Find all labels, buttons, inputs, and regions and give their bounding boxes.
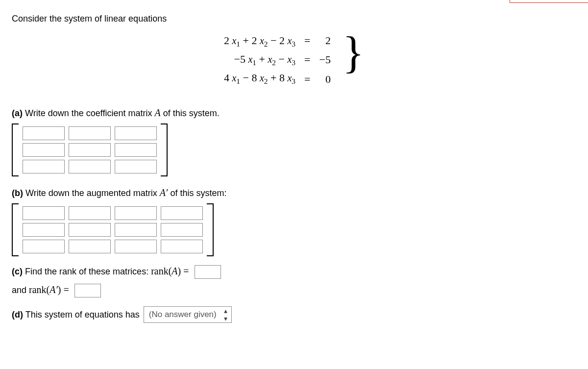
corner-accent bbox=[510, 0, 588, 3]
right-brace-icon: } bbox=[343, 30, 364, 86]
matrix-a-cell[interactable] bbox=[69, 143, 111, 157]
equation-system: 2 x1 + 2 x2 − 2 x3 −5 x1 + x2 − x3 4 x1 … bbox=[12, 32, 576, 88]
part-a-label: (a) bbox=[12, 108, 23, 118]
part-c-label: (c) bbox=[12, 267, 23, 276]
matrix-aprime-cell[interactable] bbox=[23, 223, 65, 237]
matrix-a-cell[interactable] bbox=[115, 143, 157, 157]
bracket-left-icon bbox=[12, 123, 19, 176]
matrix-aprime-cell[interactable] bbox=[23, 240, 65, 253]
eq2-rhs: −5 bbox=[319, 51, 330, 68]
eq3-rhs: 0 bbox=[325, 71, 331, 88]
part-b-text: Write down the augmented matrix bbox=[25, 188, 160, 198]
rank-open: rank( bbox=[151, 266, 172, 276]
part-b-prompt: (b) Write down the augmented matrix A′ o… bbox=[12, 187, 576, 198]
matrix-aprime-cell[interactable] bbox=[69, 223, 111, 237]
part-d-label: (d) bbox=[12, 310, 23, 320]
rank2-open: rank( bbox=[29, 284, 49, 295]
part-a-prompt: (a) Write down the coefficient matrix A … bbox=[12, 107, 576, 119]
eq2-eq: = bbox=[304, 51, 310, 68]
matrix-a-cell[interactable] bbox=[115, 160, 157, 173]
matrix-aprime-cell[interactable] bbox=[69, 240, 111, 253]
part-d-prompt: (d) This system of equations has bbox=[12, 310, 140, 320]
part-b-tail: of this system: bbox=[168, 188, 226, 198]
bracket-left-icon bbox=[12, 203, 19, 256]
matrix-aprime-cell[interactable] bbox=[23, 206, 65, 220]
matrix-Aprime bbox=[12, 203, 576, 256]
rank-Aprime-input[interactable] bbox=[74, 284, 101, 297]
matrix-aprime-cell[interactable] bbox=[69, 206, 111, 220]
rank2-close: ) = bbox=[58, 284, 69, 295]
part-a-A: A bbox=[154, 107, 160, 118]
matrix-aprime-cell[interactable] bbox=[115, 240, 157, 253]
bracket-right-icon bbox=[161, 123, 168, 176]
matrix-a-cell[interactable] bbox=[23, 126, 65, 140]
eq3-eq: = bbox=[304, 71, 310, 88]
eq1-eq: = bbox=[304, 32, 310, 49]
rank2-Aprime: A′ bbox=[49, 284, 58, 295]
intro-text: Consider the system of linear equations bbox=[12, 14, 576, 24]
rank-A: A bbox=[172, 266, 177, 276]
matrix-aprime-cell[interactable] bbox=[115, 206, 157, 220]
part-a-tail: of this system. bbox=[161, 108, 220, 118]
matrix-a-cell[interactable] bbox=[69, 160, 111, 173]
select-value: (No answer given) bbox=[149, 310, 217, 320]
eq1-rhs: 2 bbox=[325, 32, 331, 49]
matrix-aprime-cell[interactable] bbox=[115, 223, 157, 237]
part-d-text: This system of equations has bbox=[25, 310, 140, 320]
part-b-Aprime: A′ bbox=[160, 187, 168, 198]
matrix-A bbox=[12, 123, 576, 176]
part-c-text: Find the rank of these matrices: bbox=[25, 267, 151, 276]
rank-close: ) = bbox=[178, 266, 189, 276]
matrix-a-cell[interactable] bbox=[23, 160, 65, 173]
matrix-aprime-cell[interactable] bbox=[161, 240, 203, 253]
part-a-text: Write down the coefficient matrix bbox=[25, 108, 154, 118]
part-c-line2: and rank(A′) = bbox=[12, 284, 576, 297]
part-b-label: (b) bbox=[12, 188, 23, 198]
bracket-right-icon bbox=[207, 203, 214, 256]
part-c-line1: (c) Find the rank of these matrices: ran… bbox=[12, 265, 576, 279]
matrix-a-cell[interactable] bbox=[23, 143, 65, 157]
matrix-aprime-cell[interactable] bbox=[161, 223, 203, 237]
and-text: and bbox=[12, 285, 29, 295]
eq2-lhs: −5 x1 + x2 − x3 bbox=[234, 50, 296, 69]
matrix-aprime-cell[interactable] bbox=[161, 206, 203, 220]
eq3-lhs: 4 x1 − 8 x2 + 8 x3 bbox=[224, 69, 295, 88]
matrix-a-cell[interactable] bbox=[69, 126, 111, 140]
eq1-lhs: 2 x1 + 2 x2 − 2 x3 bbox=[224, 32, 295, 50]
chevron-up-down-icon: ▴▾ bbox=[224, 307, 227, 322]
matrix-a-cell[interactable] bbox=[115, 126, 157, 140]
rank-A-input[interactable] bbox=[195, 265, 221, 279]
answer-select[interactable]: (No answer given) ▴▾ bbox=[144, 306, 232, 323]
